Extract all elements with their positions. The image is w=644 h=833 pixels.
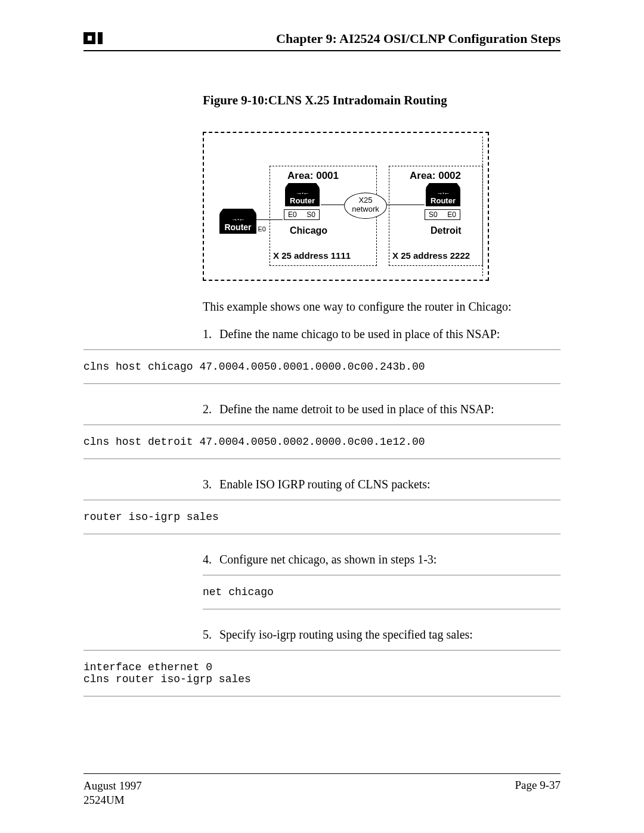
code-block-4: net chicago (203, 575, 561, 609)
footer-date: August 1997 (83, 779, 142, 792)
port-e0: E0 (288, 210, 297, 219)
port-e0: E0 (447, 210, 456, 219)
step-item: 5. Specify iso-igrp routing using the sp… (203, 626, 561, 643)
link-line (321, 205, 346, 205)
step-text: Define the name detroit to be used in pl… (219, 401, 494, 417)
x25-address-1: X 25 address 1111 (273, 250, 351, 261)
step-text: Specify iso-igrp routing using the speci… (219, 626, 473, 643)
port-e0-label: E0 (258, 225, 266, 233)
step-number: 2. (203, 401, 219, 417)
router-label: Router (290, 196, 315, 205)
step-text: Define the name chicago to be used in pl… (219, 326, 500, 342)
code-block-5: interface ethernet 0 clns router iso-igr… (83, 650, 561, 696)
city-label-chicago: Chicago (290, 225, 327, 236)
figure-caption: Figure 9-10:CLNS X.25 Intradomain Routin… (203, 93, 561, 108)
svg-rect-2 (98, 32, 103, 44)
code-block-3: router iso-igrp sales (83, 500, 561, 534)
router-icon-left: →·← Router E0 (219, 213, 256, 234)
svg-rect-1 (88, 36, 92, 41)
step-text: Enable ISO IGRP routing of CLNS packets: (219, 476, 431, 493)
code-block-1: clns host chicago 47.0004.0050.0001.0000… (83, 349, 561, 384)
step-number: 5. (203, 626, 219, 643)
footer-page-number: Page 9-37 (515, 779, 561, 808)
x25-label: network (352, 205, 379, 213)
router-ports-chicago: E0 S0 (284, 209, 320, 220)
x25-address-2: X 25 address 2222 (392, 250, 470, 261)
code-block-2: clns host detroit 47.0004.0050.0002.0000… (83, 425, 561, 459)
network-diagram: Area: 0001 Area: 0002 →·← Router E0 →·← … (203, 132, 489, 281)
step-item: 3. Enable ISO IGRP routing of CLNS packe… (203, 476, 561, 493)
router-icon-detroit: →·← Router (426, 188, 460, 206)
chapter-title: Chapter 9: AI2524 OSI/CLNP Configuration… (276, 31, 561, 47)
page-header: Chapter 9: AI2524 OSI/CLNP Configuration… (83, 30, 561, 51)
intro-text: This example shows one way to configure … (203, 299, 561, 315)
step-item: 4. Configure net chicago, as shown in st… (203, 551, 561, 568)
router-icon-chicago: →·← Router (285, 188, 320, 206)
area-label-2: Area: 0002 (410, 170, 461, 182)
page-footer: August 1997 2524UM Page 9-37 (83, 773, 561, 808)
step-item: 2. Define the name detroit to be used in… (203, 401, 561, 417)
footer-docid: 2524UM (83, 794, 125, 806)
port-s0: S0 (429, 210, 438, 219)
router-label: Router (224, 222, 251, 232)
page-container: Chapter 9: AI2524 OSI/CLNP Configuration… (0, 0, 644, 737)
city-label-detroit: Detroit (431, 225, 462, 236)
router-ports-detroit: S0 E0 (425, 209, 460, 220)
step-text: Configure net chicago, as shown in steps… (219, 551, 436, 568)
step-number: 1. (203, 326, 219, 342)
link-line (386, 205, 425, 205)
step-item: 1. Define the name chicago to be used in… (203, 326, 561, 342)
link-line (256, 219, 283, 220)
area-label-1: Area: 0001 (287, 170, 339, 182)
port-s0: S0 (306, 210, 315, 219)
router-label: Router (431, 196, 456, 205)
logo-icon (83, 30, 107, 47)
step-list: 1. Define the name chicago to be used in… (203, 326, 561, 342)
content-area: Figure 9-10:CLNS X.25 Intradomain Routin… (203, 93, 561, 342)
x25-network-cloud: X25 network (344, 193, 387, 219)
x25-label: X25 (358, 196, 372, 205)
step-number: 3. (203, 476, 219, 493)
step-number: 4. (203, 551, 219, 568)
